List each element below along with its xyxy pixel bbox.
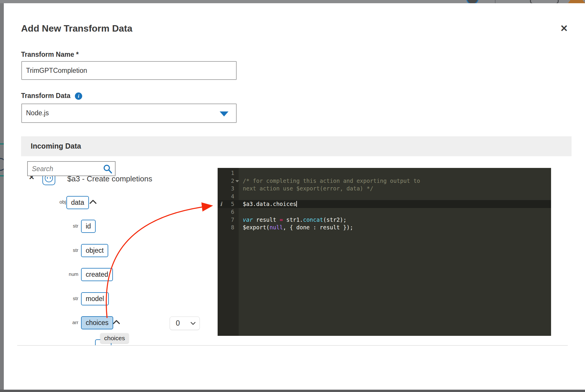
tree-node-data[interactable]: data xyxy=(66,196,89,209)
chevron-up-icon[interactable] xyxy=(113,320,120,326)
code-text: var result = str1.concat(str2); xyxy=(243,216,347,224)
line-number: 4 xyxy=(218,192,234,200)
line-number: 7 xyxy=(218,216,234,224)
array-index-value: 0 xyxy=(176,319,180,327)
chevron-up-icon[interactable] xyxy=(89,200,97,205)
array-index-select[interactable]: 0 xyxy=(170,317,200,330)
caret-down-icon xyxy=(220,111,228,116)
code-editor[interactable]: 12/* for completing this action and expo… xyxy=(218,168,551,336)
transform-data-selected-value: Node.js xyxy=(26,109,49,117)
tree-node-id[interactable]: id xyxy=(81,220,96,233)
screen: Add New Transform Data ✕ Transform Name … xyxy=(0,0,585,392)
tree-node-created[interactable]: created xyxy=(81,268,113,281)
transform-data-select[interactable]: Node.js xyxy=(21,104,237,123)
code-line-1: 1 xyxy=(218,169,551,177)
line-number: 1 xyxy=(218,169,234,177)
transform-name-input[interactable] xyxy=(21,61,237,80)
transform-data-label: Transform Data xyxy=(21,92,70,100)
text-cursor xyxy=(296,201,297,207)
line-number: 6 xyxy=(218,208,234,216)
close-icon[interactable]: ✕ xyxy=(560,24,568,33)
search-input[interactable] xyxy=(31,164,100,174)
tree-node-choices[interactable]: choices xyxy=(81,316,113,329)
code-line-4: 4 xyxy=(218,192,551,200)
line-info-icon: i xyxy=(220,200,222,208)
code-line-6: 6 xyxy=(218,208,551,216)
footer-divider xyxy=(17,345,568,346)
line-number: 2 xyxy=(218,177,234,185)
code-text: $export(null, { done : result }); xyxy=(243,223,353,231)
modal-title: Add New Transform Data xyxy=(21,23,133,34)
search-icon[interactable] xyxy=(103,164,113,174)
incoming-data-title: Incoming Data xyxy=(31,142,81,150)
code-line-5[interactable]: 5i$a3.data.choices xyxy=(218,200,551,208)
line-number: 8 xyxy=(218,223,234,231)
search-box[interactable] xyxy=(27,161,116,176)
code-text: /* for completing this action and export… xyxy=(243,177,420,185)
code-line-7: 7var result = str1.concat(str2); xyxy=(218,216,551,224)
tree-node-model[interactable]: model xyxy=(81,292,109,305)
code-text: next action use $export(error, data) */ xyxy=(243,185,373,192)
transform-name-label: Transform Name * xyxy=(21,51,79,59)
info-icon[interactable]: i xyxy=(75,92,82,100)
code-text: $a3.data.choices xyxy=(243,200,297,208)
incoming-data-header: Incoming Data xyxy=(21,136,572,156)
choices-tooltip: choices xyxy=(100,333,129,343)
fold-caret-icon[interactable] xyxy=(235,180,239,182)
code-line-2: 2/* for completing this action and expor… xyxy=(218,177,551,185)
tree-node-object[interactable]: object xyxy=(81,244,108,257)
line-number: 3 xyxy=(218,185,234,192)
code-line-3: 3next action use $export(error, data) */ xyxy=(218,185,551,192)
chevron-down-icon xyxy=(190,321,196,325)
code-line-8: 8$export(null, { done : result }); xyxy=(218,223,551,231)
